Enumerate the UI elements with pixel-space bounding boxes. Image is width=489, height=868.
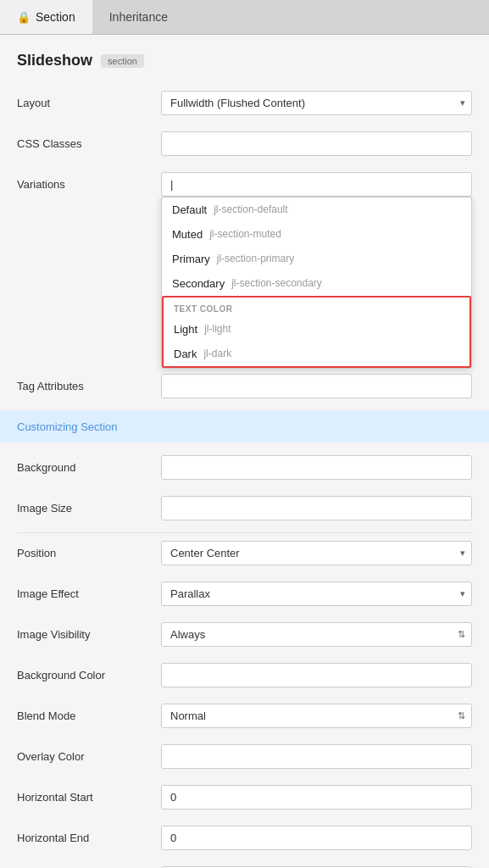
tag-attributes-row: Tag Attributes xyxy=(17,370,472,402)
image-effect-label: Image Effect xyxy=(17,587,161,600)
layout-control: Fullwidth (Flushed Content) Boxed Full S… xyxy=(161,91,472,115)
position-select[interactable]: Center Center Top Left Top Right Bottom … xyxy=(161,541,472,565)
variations-row: Variations Default jl-section-default Mu… xyxy=(17,168,472,200)
dropdown-item-default[interactable]: Default jl-section-default xyxy=(162,198,471,222)
background-row: Background xyxy=(17,451,472,483)
image-effect-control: Parallax None Zoom ▾ xyxy=(161,581,472,606)
variations-label: Variations xyxy=(17,178,161,191)
dropdown-item-muted[interactable]: Muted jl-section-muted xyxy=(162,222,471,247)
horizontal-start-control xyxy=(161,785,472,810)
lock-icon: 🔒 xyxy=(17,11,31,24)
dropdown-item-light[interactable]: Light jl-light xyxy=(164,317,470,342)
divider-1 xyxy=(17,532,472,533)
item-code-secondary: jl-section-secondary xyxy=(231,277,322,289)
variations-dropdown: Default jl-section-default Muted jl-sect… xyxy=(161,197,472,369)
position-control: Center Center Top Left Top Right Bottom … xyxy=(161,541,472,565)
horizontal-start-input[interactable] xyxy=(161,785,472,810)
dropdown-item-secondary[interactable]: Secondary jl-section-secondary xyxy=(162,271,471,296)
blend-mode-label: Blend Mode xyxy=(17,709,161,722)
css-classes-row: CSS Classes xyxy=(17,127,472,159)
dropdown-item-dark[interactable]: Dark jl-dark xyxy=(164,342,470,366)
blend-mode-select[interactable]: Normal Multiply Screen Overlay xyxy=(161,704,472,728)
layout-select-wrapper: Fullwidth (Flushed Content) Boxed Full S… xyxy=(161,91,472,115)
vertical-start-row: Vertical Start xyxy=(17,862,472,868)
background-label: Background xyxy=(17,461,161,474)
image-effect-select-wrapper: Parallax None Zoom ▾ xyxy=(161,581,472,606)
item-label-primary: Primary xyxy=(172,253,210,265)
tag-attributes-label: Tag Attributes xyxy=(17,380,161,392)
layout-row: Layout Fullwidth (Flushed Content) Boxed… xyxy=(17,86,472,119)
overlay-color-input[interactable] xyxy=(161,744,472,769)
variations-container: Default jl-section-default Muted jl-sect… xyxy=(161,172,472,197)
variations-input[interactable] xyxy=(161,172,472,197)
image-visibility-select[interactable]: Always Desktop Only Mobile Only xyxy=(161,622,472,647)
image-size-label: Image Size xyxy=(17,502,161,515)
image-size-control xyxy=(161,496,472,520)
image-size-row: Image Size xyxy=(17,492,472,524)
tab-inheritance[interactable]: Inheritance xyxy=(92,0,185,34)
image-visibility-label: Image Visibility xyxy=(17,628,161,641)
background-color-control xyxy=(161,663,472,687)
image-visibility-control: Always Desktop Only Mobile Only ⇅ xyxy=(161,622,472,647)
item-code-light: jl-light xyxy=(204,323,231,335)
tab-section[interactable]: 🔒 Section xyxy=(0,0,92,34)
image-size-input[interactable] xyxy=(161,496,472,520)
overlay-color-control xyxy=(161,744,472,769)
dropdown-item-primary[interactable]: Primary jl-section-primary xyxy=(162,247,471,271)
blend-mode-control: Normal Multiply Screen Overlay ⇅ xyxy=(161,704,472,728)
css-classes-label: CSS Classes xyxy=(17,137,161,150)
image-effect-row: Image Effect Parallax None Zoom ▾ xyxy=(17,577,472,609)
background-input[interactable] xyxy=(161,455,472,480)
image-visibility-select-wrapper: Always Desktop Only Mobile Only ⇅ xyxy=(161,622,472,647)
css-classes-input[interactable] xyxy=(161,131,472,156)
panel: 🔒 Section Inheritance Slideshow section … xyxy=(0,0,489,868)
item-code-dark: jl-dark xyxy=(203,348,231,359)
dropdown-top-section: Default jl-section-default Muted jl-sect… xyxy=(162,198,471,296)
tag-attributes-input[interactable] xyxy=(161,374,472,398)
item-label-dark: Dark xyxy=(174,348,197,360)
overlay-color-row: Overlay Color xyxy=(17,740,472,772)
background-color-label: Background Color xyxy=(17,669,161,682)
blend-mode-row: Blend Mode Normal Multiply Screen Overla… xyxy=(17,699,472,732)
horizontal-end-input[interactable] xyxy=(161,826,472,850)
layout-label: Layout xyxy=(17,97,161,109)
horizontal-start-label: Horizontal Start xyxy=(17,791,161,804)
position-label: Position xyxy=(17,547,161,559)
tabs-bar: 🔒 Section Inheritance xyxy=(0,0,489,35)
horizontal-end-label: Horizontal End xyxy=(17,832,161,844)
horizontal-start-row: Horizontal Start xyxy=(17,781,472,813)
css-classes-control xyxy=(161,131,472,156)
item-code-muted: jl-section-muted xyxy=(209,228,281,240)
item-label-light: Light xyxy=(174,323,197,336)
background-color-input[interactable] xyxy=(161,663,472,687)
item-code-default: jl-section-default xyxy=(214,203,287,215)
customizing-section-row: Customizing Section xyxy=(0,410,489,442)
text-color-section: TEXT COLOR Light jl-light Dark jl-dark xyxy=(162,296,471,368)
layout-select[interactable]: Fullwidth (Flushed Content) Boxed Full S… xyxy=(161,91,472,115)
background-control xyxy=(161,455,472,480)
horizontal-end-control xyxy=(161,826,472,850)
text-color-section-label: TEXT COLOR xyxy=(164,298,470,317)
page-title: Slideshow xyxy=(17,52,92,70)
section-badge: section xyxy=(101,54,144,68)
main-content: Slideshow section Layout Fullwidth (Flus… xyxy=(0,35,489,868)
item-code-primary: jl-section-primary xyxy=(217,253,294,264)
item-label-default: Default xyxy=(172,203,207,216)
item-label-secondary: Secondary xyxy=(172,277,225,290)
blend-mode-select-wrapper: Normal Multiply Screen Overlay ⇅ xyxy=(161,704,472,728)
section-title-row: Slideshow section xyxy=(17,52,472,70)
tag-attributes-control xyxy=(161,374,472,398)
item-label-muted: Muted xyxy=(172,228,203,241)
image-effect-select[interactable]: Parallax None Zoom xyxy=(161,581,472,606)
overlay-color-label: Overlay Color xyxy=(17,750,161,763)
position-select-wrapper: Center Center Top Left Top Right Bottom … xyxy=(161,541,472,565)
position-row: Position Center Center Top Left Top Righ… xyxy=(17,537,472,569)
image-visibility-row: Image Visibility Always Desktop Only Mob… xyxy=(17,618,472,650)
background-color-row: Background Color xyxy=(17,659,472,691)
customizing-section-label: Customizing Section xyxy=(17,420,161,433)
horizontal-end-row: Horizontal End xyxy=(17,821,472,854)
